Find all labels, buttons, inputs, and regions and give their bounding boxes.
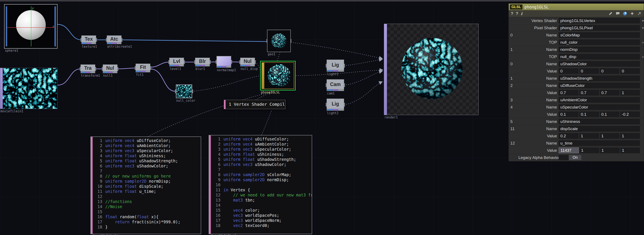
line-number: 5 [93,158,105,164]
water-texture-preview [3,68,58,109]
code-text: uniform float u_time; [105,189,156,194]
param-value-field[interactable]: 1 [620,133,640,139]
help-python-icon[interactable]: ? [516,11,518,16]
code-line: 17 vec3 worldSpaceNorm; [211,218,311,223]
help-icon[interactable]: ? [511,11,513,16]
param-field-name[interactable]: uShadowStrength [559,75,640,81]
param-field-top[interactable]: null_color [559,39,640,45]
node-light1[interactable]: Liglight1 [326,60,344,72]
param-value-field[interactable]: -0.2 [620,111,640,117]
param-field-pixel-shader[interactable]: phong1GLSLPixel [559,25,640,31]
comment-icon[interactable] [616,11,620,16]
param-field-name[interactable]: uAmbientColor [559,97,640,103]
language-icon[interactable] [622,11,627,16]
param-fields: 0.2111 [559,133,640,139]
node-cam1[interactable]: Camcam1 [326,79,344,91]
node-attribcreate1[interactable]: Atcattribcreate1 [107,35,122,44]
node-flags [107,42,121,44]
node-sphere-viewer[interactable]: y x sphere1 [4,4,58,49]
code-line: 10 [211,182,311,187]
param-value-field[interactable]: 0.1 [600,111,620,117]
param-field-name[interactable]: u_time [559,140,640,146]
param-fields: normDisp [559,47,640,52]
node-render1[interactable]: render1 [384,24,478,115]
param-value-field[interactable]: 0 [600,68,620,74]
param-field-name[interactable]: normDisp [559,47,640,52]
param-expand-icon[interactable]: » [640,41,644,44]
param-value-field[interactable]: 1 [620,147,640,153]
parameter-toolbar: ? ? i + [509,10,644,17]
legacy-alpha-toggle[interactable] [559,155,568,160]
node-level1[interactable]: Lvllevel1 [169,58,184,67]
param-value-field[interactable]: 0 [579,68,599,74]
param-expand-icon[interactable]: » [640,55,644,59]
param-value-field[interactable]: 0.7 [559,90,578,96]
param-field-top[interactable]: null_disp [559,54,640,60]
node-null_disp[interactable]: Nulnull_disp [240,58,255,67]
dat-vertex-shader-editor[interactable]: 1uniform vec4 uDiffuseColor;2uniform vec… [90,136,201,234]
node-null1[interactable]: Nulnull1 [103,64,118,73]
node-water-texture[interactable]: moviefilein1 [0,68,58,109]
wire [58,69,80,85]
param-dropdown-icon[interactable]: ▾ [640,19,644,23]
node-texture1[interactable]: Textexture1 [81,35,96,44]
add-icon[interactable]: + [630,11,634,16]
node-transform1[interactable]: Tratransform1 [80,64,95,73]
node-flags [327,109,344,111]
param-value-field[interactable]: 1 [580,147,599,153]
node-normalmap1[interactable]: normalmap1 [216,56,231,68]
param-value-field[interactable]: 0.2 [559,133,578,139]
dat-pixel-shader-editor[interactable]: 1uniform vec4 uDiffuseColor;2uniform vec… [208,135,312,234]
param-value-field[interactable]: 0.1 [559,111,578,117]
node-null_color[interactable]: null_color [176,84,192,98]
code-line: 9uniform sampler2D normDisp; [211,177,311,182]
param-field-vertex-shader[interactable]: phong1GLSLVertex [559,18,640,24]
param-field-name[interactable]: dispScale [559,126,640,132]
info-icon[interactable]: i [521,11,522,16]
node-geo1[interactable]: geo1 [267,30,291,52]
param-fields: 0.10.10.1-0.2 [559,111,640,117]
legacy-alpha-value[interactable]: On [569,155,581,160]
param-field-name[interactable]: uShadowColor [559,61,640,67]
param-label: Vertex Shader [518,19,559,23]
param-value-field[interactable]: 11437 [559,147,579,153]
param-value-field[interactable]: 0.7 [579,90,599,96]
edit-pencil-icon[interactable] [608,11,613,16]
param-label: Pixel Shader [518,26,559,30]
param-label: Value [518,91,559,95]
param-value-field[interactable]: 1 [600,133,620,139]
node-phong1GLSL[interactable]: phong1GLSL [260,61,296,91]
code-line: 3uniform vec3 uSpecularColor; [93,148,200,153]
param-index: 1 [509,47,518,52]
param-field-name[interactable]: uShininess [559,119,640,124]
line-number: 4 [211,152,224,157]
param-value-field[interactable]: 1 [620,90,640,96]
water-thumbnail [176,85,192,98]
expand-arrow-icon[interactable] [637,11,642,16]
param-value-field[interactable]: 0 [620,68,640,74]
viewer-select-bar-left [6,6,7,46]
parameter-header[interactable]: GLSL phong1GLSL [509,4,644,10]
param-dropdown-icon[interactable]: ▾ [640,26,644,30]
node-fit1[interactable]: Fitfit1 [136,64,150,73]
node-thumbnail [217,57,230,67]
node-flags [82,42,96,44]
param-field-name[interactable]: sColorMap [559,32,640,38]
node-blur1[interactable]: Blrblur1 [195,58,210,67]
param-value-field[interactable]: 1 [600,147,620,153]
code-area[interactable]: 1uniform vec4 uDiffuseColor;2uniform vec… [93,137,201,234]
param-row: Value0.70.70.71 [509,89,644,96]
param-label: Name [518,141,559,146]
code-line: 8uniform sampler2D sColorMap; [211,172,311,177]
param-value-field[interactable]: 0 [559,68,578,74]
param-field-name[interactable]: uSpecularColor [559,104,640,110]
param-row: 0NameuShadowColor [509,60,644,68]
param-value-field[interactable]: 0.7 [600,90,620,96]
param-value-field[interactable]: 1 [579,133,599,139]
param-field-name[interactable]: uDiffuseColor [559,83,640,88]
node-light2[interactable]: Liglight2 [326,99,344,111]
wire [58,24,81,40]
param-row: 0NamesColorMap [509,32,644,39]
param-value-field[interactable]: 0.1 [579,111,599,117]
code-area[interactable]: 1uniform vec4 uDiffuseColor;2uniform vec… [211,135,312,234]
